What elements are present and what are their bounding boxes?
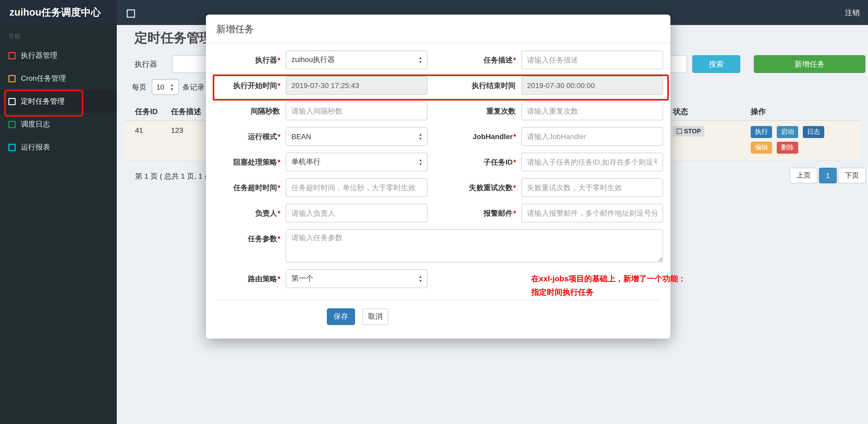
- start-time-label: 执行开始时间*: [213, 76, 286, 95]
- square-outline-icon: [8, 144, 16, 151]
- page-size-select[interactable]: 10: [152, 79, 179, 95]
- square-outline-icon: [8, 52, 16, 59]
- cell-status: STOP: [673, 126, 751, 136]
- records-label: 条记录: [183, 79, 204, 95]
- sidebar-item-scheduled-task-management[interactable]: 定时任务管理: [0, 90, 117, 113]
- retry-count-input[interactable]: [521, 178, 663, 197]
- sidebar-item-dispatch-log[interactable]: 调度日志: [0, 113, 117, 136]
- run-mode-select[interactable]: BEAN: [286, 127, 428, 146]
- trigger-button[interactable]: 执行: [751, 126, 772, 138]
- status-label: STOP: [684, 128, 701, 135]
- current-page-button[interactable]: 1: [819, 168, 836, 183]
- sidebar-item-label: Cron任务管理: [21, 74, 66, 83]
- owner-label: 负责人*: [213, 204, 286, 222]
- route-strategy-label: 路由策略*: [213, 269, 286, 288]
- status-badge: STOP: [673, 126, 705, 136]
- feature-note: 在xxl-jobs项目的基础上，新增了一个功能： 指定时间执行任务: [531, 272, 688, 299]
- page-size-value: 10: [156, 83, 164, 91]
- header-status: 状态: [673, 106, 751, 117]
- interval-label: 间隔秒数: [213, 102, 286, 120]
- add-task-button[interactable]: 新增任务: [754, 55, 865, 73]
- repeat-count-label: 重复次数: [428, 102, 521, 120]
- modal-title: 新增任务: [206, 14, 671, 43]
- jobhandler-label: JobHandler*: [428, 127, 521, 146]
- search-button[interactable]: 搜索: [692, 55, 740, 73]
- block-strategy-label: 阻塞处理策略*: [213, 153, 286, 171]
- log-button[interactable]: 日志: [803, 126, 824, 138]
- pagination: 上页 1 下页: [790, 168, 866, 183]
- repeat-count-input[interactable]: [521, 102, 663, 120]
- form-row-runmode-handler: 运行模式* BEAN JobHandler*: [213, 127, 663, 146]
- sidebar-menu: 执行器管理 Cron任务管理 定时任务管理 调度日志 运行报表: [0, 44, 117, 159]
- form-row-block-childid: 阻塞处理策略* 单机串行 子任务ID*: [213, 153, 663, 171]
- sidebar-item-label: 定时任务管理: [21, 97, 65, 106]
- sidebar-item-label: 调度日志: [21, 120, 50, 129]
- select-arrows-icon: [418, 56, 422, 64]
- logout-link[interactable]: 注销: [845, 0, 860, 25]
- sidebar-item-label: 执行器管理: [21, 51, 57, 60]
- header-actions: 操作: [751, 106, 861, 117]
- timeout-input[interactable]: [286, 178, 428, 197]
- feature-note-line1: 在xxl-jobs项目的基础上，新增了一个功能：: [531, 272, 688, 286]
- modal-footer: 保存 取消: [206, 300, 671, 338]
- executor-select[interactable]: zuihou执行器: [286, 51, 428, 69]
- sidebar-item-cron-task-management[interactable]: Cron任务管理: [0, 67, 117, 90]
- page-title: 定时任务管理: [134, 29, 213, 46]
- add-task-modal: 新增任务 执行器* zuihou执行器 任务描述* 执行开始时间* 执行结束时间…: [206, 14, 671, 338]
- job-desc-label: 任务描述*: [428, 51, 521, 69]
- form-row-route-strategy: 路由策略* 第一个 在xxl-jobs项目的基础上，新增了一个功能： 指定时间执…: [213, 269, 663, 288]
- form-row-job-params: 任务参数*: [213, 229, 663, 263]
- jobhandler-input[interactable]: [521, 127, 663, 146]
- square-outline-icon: [8, 121, 16, 128]
- owner-input[interactable]: [286, 204, 428, 222]
- cell-task-id: 41: [125, 126, 171, 134]
- sidebar-toggle-icon[interactable]: [127, 9, 135, 18]
- end-time-label: 执行结束时间: [428, 76, 521, 95]
- form-row-interval-repeat: 间隔秒数 重复次数: [213, 102, 663, 120]
- block-strategy-select[interactable]: 单机串行: [286, 153, 428, 171]
- start-time-input[interactable]: [286, 76, 428, 95]
- sidebar: 导航 执行器管理 Cron任务管理 定时任务管理 调度日志 运行报表: [0, 25, 117, 424]
- select-arrows-icon: [418, 158, 422, 166]
- select-arrows-icon: [418, 275, 422, 283]
- executor-label: 执行器*: [213, 51, 286, 69]
- end-time-input[interactable]: [521, 76, 663, 95]
- alarm-email-input[interactable]: [521, 204, 663, 222]
- job-desc-input[interactable]: [521, 51, 663, 69]
- edit-button[interactable]: 编辑: [751, 142, 772, 154]
- child-task-id-label: 子任务ID*: [428, 153, 521, 171]
- feature-note-line2: 指定时间执行任务: [531, 286, 688, 299]
- header-task-id: 任务ID: [125, 106, 171, 117]
- form-row-executor-desc: 执行器* zuihou执行器 任务描述*: [213, 51, 663, 69]
- run-mode-label: 运行模式*: [213, 127, 286, 146]
- form-row-owner-email: 负责人* 报警邮件*: [213, 204, 663, 222]
- timeout-label: 任务超时时间*: [213, 178, 286, 197]
- executor-filter-label: 执行器: [134, 55, 157, 73]
- cancel-button[interactable]: 取消: [362, 308, 389, 325]
- job-params-textarea[interactable]: [286, 229, 663, 263]
- app-brand[interactable]: zuihou任务调度中心: [0, 0, 117, 25]
- next-page-button[interactable]: 下页: [838, 168, 866, 183]
- select-arrows-icon: [170, 83, 174, 91]
- modal-body: 执行器* zuihou执行器 任务描述* 执行开始时间* 执行结束时间 间隔秒数…: [206, 43, 671, 300]
- interval-seconds-input[interactable]: [286, 102, 428, 120]
- app-viewport: zuihou任务调度中心 注销 导航 执行器管理 Cron任务管理 定时任务管理…: [0, 0, 868, 424]
- alarm-email-label: 报警邮件*: [428, 204, 521, 222]
- cell-actions: 执行 启动 日志 编辑 删除: [751, 126, 861, 157]
- square-outline-icon: [8, 75, 16, 82]
- retry-count-label: 失败重试次数*: [428, 178, 521, 197]
- delete-button[interactable]: 删除: [777, 142, 798, 154]
- sidebar-item-executor-management[interactable]: 执行器管理: [0, 44, 117, 67]
- page-size-label: 每页: [132, 79, 147, 95]
- prev-page-button[interactable]: 上页: [790, 168, 817, 183]
- save-button[interactable]: 保存: [327, 308, 355, 325]
- route-strategy-select[interactable]: 第一个: [286, 269, 428, 288]
- child-task-id-input[interactable]: [521, 153, 663, 171]
- square-outline-icon: [677, 129, 682, 134]
- job-params-label: 任务参数*: [213, 229, 286, 248]
- square-outline-icon: [8, 98, 16, 105]
- sidebar-nav-label: 导航: [0, 25, 117, 44]
- sidebar-item-run-report[interactable]: 运行报表: [0, 136, 117, 159]
- start-button[interactable]: 启动: [777, 126, 798, 138]
- select-arrows-icon: [418, 133, 422, 140]
